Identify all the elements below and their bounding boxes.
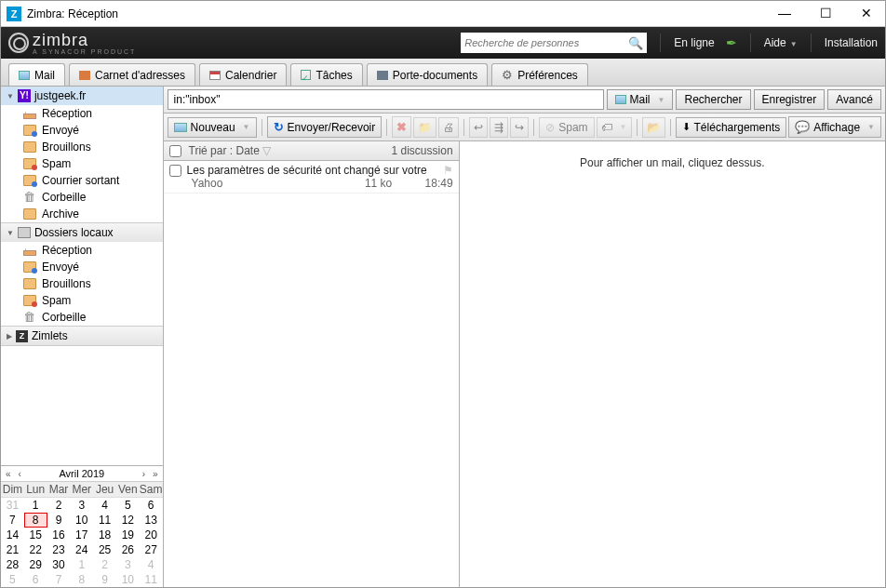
cal-day[interactable]: 23 [47,542,71,557]
cal-day[interactable]: 20 [140,528,163,542]
search-query-input[interactable] [168,89,604,110]
cal-day[interactable]: 16 [47,528,71,542]
tab-calendar[interactable]: Calendrier [199,63,287,86]
local-sent[interactable]: Envoyé [1,259,163,275]
reply-all-button[interactable]: ⇶ [490,117,508,138]
flag-icon[interactable]: ⚑ [443,164,453,177]
account-header[interactable]: ▼ Y! justgeek.fr [1,87,163,105]
tag-button[interactable]: 🏷▼ [597,117,632,138]
send-receive-button[interactable]: ↻Envoyer/Recevoir [267,116,383,138]
advanced-search-button[interactable]: Avancé [827,89,881,110]
cal-day[interactable]: 10 [116,572,140,587]
cal-day[interactable]: 10 [70,513,93,528]
cal-day[interactable]: 21 [1,542,24,557]
cal-day[interactable]: 14 [1,528,24,542]
tab-tasks[interactable]: Tâches [290,63,362,86]
move-button[interactable]: 📁 [413,117,436,138]
people-search-input[interactable] [464,37,628,48]
spam-button[interactable]: ⊘Spam [539,117,594,138]
cal-day[interactable]: 8 [24,513,47,528]
message-checkbox[interactable] [169,165,181,177]
cal-day[interactable]: 3 [70,498,93,513]
quill-icon[interactable]: ✒ [726,35,737,50]
cal-day[interactable]: 1 [70,557,93,572]
select-all-checkbox[interactable] [169,145,181,157]
close-button[interactable]: ✕ [853,5,879,23]
people-search[interactable]: 🔍 [461,33,647,53]
maximize-button[interactable]: ☐ [812,5,839,23]
search-scope-button[interactable]: Mail▼ [607,89,674,110]
cal-day[interactable]: 31 [1,498,24,513]
cal-day[interactable]: 9 [93,572,116,587]
cal-day[interactable]: 24 [70,542,93,557]
downloads-button[interactable]: ⬇Téléchargements [676,117,787,138]
new-button[interactable]: Nouveau▼ [168,117,257,138]
cal-day[interactable]: 6 [140,498,163,513]
cal-day[interactable]: 9 [47,513,71,528]
local-drafts[interactable]: Brouillons [1,275,163,292]
cal-day[interactable]: 15 [24,528,47,542]
folder-archive[interactable]: Archive [1,206,163,222]
cal-day[interactable]: 17 [70,528,93,542]
zimlets-header[interactable]: ▶ Z Zimlets [1,327,163,345]
local-trash[interactable]: 🗑Corbeille [1,309,163,326]
cal-prev[interactable]: ‹ [16,469,24,479]
tab-prefs[interactable]: ⚙Préférences [491,63,588,86]
tab-briefcase[interactable]: Porte-documents [367,63,488,86]
cal-day[interactable]: 26 [116,542,140,557]
cal-day[interactable]: 28 [1,557,24,572]
save-search-button[interactable]: Enregistrer [754,89,826,110]
cal-day[interactable]: 8 [70,572,93,587]
cal-day[interactable]: 13 [140,513,163,528]
search-icon[interactable]: 🔍 [628,36,643,50]
cal-day[interactable]: 27 [140,542,163,557]
help-link[interactable]: Aide▼ [764,36,798,49]
cal-day[interactable]: 12 [116,513,140,528]
folder-outbox[interactable]: Courrier sortant [1,172,163,189]
cal-day[interactable]: 18 [93,528,116,542]
local-inbox[interactable]: Réception [1,242,163,259]
cal-day[interactable]: 11 [140,572,163,587]
cal-day[interactable]: 7 [1,513,24,528]
delete-button[interactable]: ✖ [392,116,411,138]
print-button[interactable]: 🖨 [438,117,459,138]
install-link[interactable]: Installation [825,36,878,49]
folder-inbox[interactable]: Réception [1,105,163,122]
cal-day[interactable]: 1 [24,498,47,513]
folder-drafts[interactable]: Brouillons [1,139,163,155]
tab-mail[interactable]: Mail [8,63,65,86]
cal-day[interactable]: 19 [116,528,140,542]
cal-day[interactable]: 2 [47,498,71,513]
cal-day[interactable]: 3 [116,557,140,572]
folder-sent[interactable]: Envoyé [1,122,163,139]
cal-day[interactable]: 6 [24,572,47,587]
cal-next[interactable]: › [140,469,148,479]
cal-day[interactable]: 22 [24,542,47,557]
cal-day[interactable]: 5 [116,498,140,513]
cal-day[interactable]: 4 [140,557,163,572]
reply-button[interactable]: ↩ [469,117,488,138]
cal-last[interactable]: » [150,469,161,479]
status-label[interactable]: En ligne [674,36,714,49]
minimize-button[interactable]: — [772,5,798,23]
display-button[interactable]: 💬Affichage▼ [788,116,881,138]
tab-contacts[interactable]: Carnet d'adresses [69,63,195,86]
cal-day[interactable]: 30 [47,557,71,572]
cal-day[interactable]: 4 [93,498,116,513]
cal-day[interactable]: 5 [1,572,24,587]
cal-first[interactable]: « [3,469,14,479]
local-folders-header[interactable]: ▼ Dossiers locaux [1,223,163,242]
cal-day[interactable]: 29 [24,557,47,572]
cal-day[interactable]: 2 [93,557,116,572]
cal-day[interactable]: 25 [93,542,116,557]
forward-button[interactable]: ↪ [510,117,529,138]
sort-label[interactable]: Trié par : Date ▽ [189,144,392,157]
local-spam[interactable]: Spam [1,292,163,309]
folder-trash[interactable]: 🗑Corbeille [1,189,163,206]
message-item[interactable]: Les paramètres de sécurité ont changé su… [164,161,459,194]
folder-button[interactable]: 📂 [642,117,665,138]
search-button[interactable]: Rechercher [676,89,750,110]
cal-day[interactable]: 7 [47,572,71,587]
folder-spam[interactable]: Spam [1,155,163,172]
cal-day[interactable]: 11 [93,513,116,528]
